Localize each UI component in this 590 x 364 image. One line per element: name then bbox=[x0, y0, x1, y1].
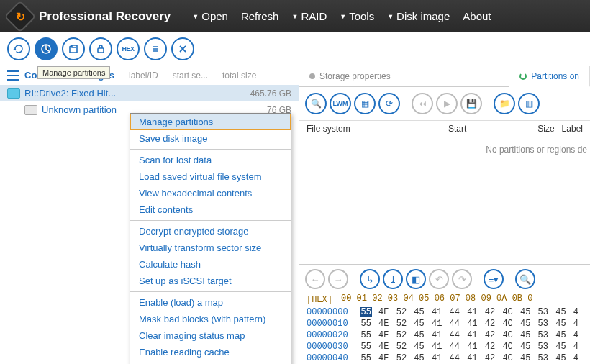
refresh-button[interactable] bbox=[7, 37, 30, 60]
hex-undo-button[interactable]: ↶ bbox=[429, 269, 449, 289]
hex-row[interactable]: 0000003055 4E 52 45 41 44 41 42 4C 45 53… bbox=[299, 341, 590, 352]
hex-row[interactable]: 0000004055 4E 52 45 41 44 41 42 4C 45 53… bbox=[299, 352, 590, 364]
hex-offset: 00000010 bbox=[307, 319, 360, 329]
ctx-item[interactable]: Mask bad blocks (with pattern) bbox=[130, 311, 291, 327]
file-table-empty: No partitions or regions de bbox=[299, 137, 590, 264]
hex-search-button[interactable]: 🔍 bbox=[515, 269, 535, 289]
hex-tag: [HEX] bbox=[299, 294, 340, 306]
hex-bookmark-button[interactable]: ◧ bbox=[406, 269, 426, 289]
ctx-item[interactable]: Save disk image bbox=[130, 130, 291, 147]
menu-open-label: Open bbox=[201, 10, 228, 22]
cycle-button[interactable]: ⟳ bbox=[378, 93, 400, 114]
ctx-item[interactable]: Enable reading cache bbox=[130, 344, 291, 360]
hex-toolbar: ← → ↳ ⤓ ◧ ↶ ↷ ≡▾ 🔍 bbox=[299, 265, 590, 294]
drive-size: 465.76 GB bbox=[250, 88, 291, 99]
context-menu: Manage partitionsSave disk imageScan for… bbox=[130, 113, 291, 364]
menu-raid[interactable]: ▼RAID bbox=[291, 10, 327, 22]
ctx-item[interactable]: Clear imaging status map bbox=[130, 327, 291, 344]
tab-partitions[interactable]: Partitions on bbox=[509, 66, 590, 87]
file-table-header: File system Start Size Label bbox=[299, 121, 590, 137]
columns-button[interactable]: ▥ bbox=[518, 93, 540, 114]
zoom-button[interactable]: 🔍 bbox=[305, 93, 327, 114]
menu-disk-image[interactable]: ▼Disk image bbox=[387, 10, 450, 22]
app-title: Professional Recovery bbox=[39, 9, 171, 24]
tab-partitions-label: Partitions on bbox=[531, 71, 579, 81]
list-icon bbox=[7, 70, 19, 81]
save-image-button[interactable] bbox=[62, 37, 85, 60]
col-size: total size bbox=[222, 70, 256, 81]
col-size[interactable]: Size bbox=[505, 124, 555, 134]
storage-row-drive[interactable]: RI::Drive2: Fixed Hit... 465.76 GB bbox=[0, 85, 299, 101]
hex-goto-button[interactable]: ↳ bbox=[360, 269, 380, 289]
col-filesystem[interactable]: File system bbox=[307, 124, 448, 134]
main-menu: ▼Open Refresh ▼RAID ▼Tools ▼Disk image A… bbox=[192, 10, 491, 22]
lvm-button[interactable]: LWM bbox=[330, 93, 351, 114]
hex-row[interactable]: 0000000055 4E 52 45 41 44 41 42 4C 45 53… bbox=[299, 306, 590, 318]
ctx-item[interactable]: Edit contents bbox=[130, 201, 291, 218]
menu-refresh[interactable]: Refresh bbox=[241, 10, 279, 22]
menu-about-label: About bbox=[463, 10, 491, 22]
tooltip: Manage partitions bbox=[37, 66, 110, 79]
ctx-item[interactable]: Virtually transform sector size bbox=[130, 240, 291, 256]
hex-rows: 0000000055 4E 52 45 41 44 41 42 4C 45 53… bbox=[299, 306, 590, 364]
hex-bytes: 55 4E 52 45 41 44 41 42 4C 45 53 45 4 bbox=[360, 319, 580, 329]
hex-download-button[interactable]: ⤓ bbox=[383, 269, 403, 289]
ctx-item[interactable]: View hexadecimal contents bbox=[130, 185, 291, 201]
hex-button[interactable]: HEX bbox=[117, 37, 140, 60]
hex-row[interactable]: 0000001055 4E 52 45 41 44 41 42 4C 45 53… bbox=[299, 318, 590, 329]
main-content: Connected storages label/ID start se... … bbox=[0, 65, 590, 364]
toolbar: HEX bbox=[0, 32, 590, 65]
app-header: ↻ Professional Recovery ▼Open Refresh ▼R… bbox=[0, 0, 590, 32]
hex-column-offsets: 00 01 02 03 04 05 06 07 08 09 0A 0B 0 bbox=[340, 294, 532, 306]
ctx-item[interactable]: Calculate hash bbox=[130, 256, 291, 273]
save-button[interactable]: 💾 bbox=[460, 93, 482, 114]
ctx-item[interactable]: Enable (load) a map bbox=[130, 294, 291, 311]
menu-raid-label: RAID bbox=[301, 10, 327, 22]
close-button[interactable] bbox=[171, 37, 194, 60]
manage-partitions-button[interactable] bbox=[35, 37, 58, 60]
svg-rect-1 bbox=[98, 48, 104, 53]
dot-icon bbox=[309, 73, 315, 79]
ctx-item[interactable]: Decrypt encrypted storage bbox=[130, 223, 291, 240]
right-tabs: Storage properties Partitions on bbox=[299, 65, 590, 87]
menu-tools-label: Tools bbox=[349, 10, 374, 22]
right-pane: Storage properties Partitions on 🔍 LWM ▦… bbox=[299, 65, 590, 364]
ctx-item[interactable]: Manage partitions bbox=[130, 114, 291, 130]
grid-button[interactable]: ▦ bbox=[354, 93, 376, 114]
partition-icon bbox=[24, 105, 37, 115]
menu-about[interactable]: About bbox=[463, 10, 491, 22]
hex-row[interactable]: 0000002055 4E 52 45 41 44 41 42 4C 45 53… bbox=[299, 329, 590, 341]
col-label[interactable]: Label bbox=[555, 124, 583, 134]
ctx-item[interactable]: Load saved virtual file system bbox=[130, 168, 291, 185]
tab-storage-properties[interactable]: Storage properties bbox=[299, 65, 509, 86]
chevron-down-icon: ▼ bbox=[291, 13, 298, 20]
hex-bytes: 55 4E 52 45 41 44 41 42 4C 45 53 45 4 bbox=[360, 342, 580, 352]
ctx-item[interactable]: Set up as iSCSI target bbox=[130, 273, 291, 289]
hex-back-button[interactable]: ← bbox=[305, 269, 325, 289]
hex-offset: 00000020 bbox=[307, 330, 360, 340]
hex-bytes: 55 4E 52 45 41 44 41 42 4C 45 53 45 4 bbox=[360, 307, 580, 317]
hex-bytes: 55 4E 52 45 41 44 41 42 4C 45 53 45 4 bbox=[360, 353, 580, 363]
menu-open[interactable]: ▼Open bbox=[192, 10, 228, 22]
storage-columns: label/ID start se... total size bbox=[129, 70, 256, 81]
chevron-down-icon: ▼ bbox=[340, 13, 346, 20]
col-start[interactable]: Start bbox=[448, 124, 505, 134]
hex-list-button[interactable]: ≡▾ bbox=[484, 269, 504, 289]
tab-storage-properties-label: Storage properties bbox=[319, 71, 391, 81]
spinner-icon bbox=[519, 73, 527, 80]
ctx-item[interactable]: Scan for lost data bbox=[130, 152, 291, 168]
menu-tools[interactable]: ▼Tools bbox=[340, 10, 374, 22]
drive-icon bbox=[7, 88, 20, 99]
list-button[interactable] bbox=[144, 37, 167, 60]
drive-name: RI::Drive2: Fixed Hit... bbox=[24, 88, 132, 99]
folder-button[interactable]: 📁 bbox=[494, 93, 515, 114]
col-start: start se... bbox=[173, 70, 208, 81]
hex-redo-button[interactable]: ↷ bbox=[452, 269, 472, 289]
lock-button[interactable] bbox=[89, 37, 112, 60]
prev-button[interactable]: ⏮ bbox=[412, 93, 433, 114]
right-toolbar: 🔍 LWM ▦ ⟳ ⏮ ▶ 💾 📁 ▥ bbox=[299, 87, 590, 121]
hex-offset: 00000000 bbox=[307, 307, 360, 317]
play-button[interactable]: ▶ bbox=[436, 93, 458, 114]
hex-fwd-button[interactable]: → bbox=[328, 269, 348, 289]
ctx-separator bbox=[130, 149, 291, 150]
